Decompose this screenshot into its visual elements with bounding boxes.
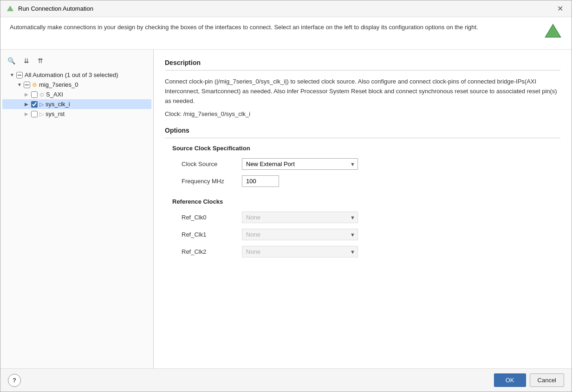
options-section-title: Options: [165, 127, 560, 134]
bottom-bar: ? OK Cancel: [0, 368, 572, 392]
tree-item-s-axi[interactable]: ▶ ⊙ S_AXI: [2, 90, 151, 99]
svg-marker-1: [7, 6, 13, 11]
help-button[interactable]: ?: [8, 374, 21, 387]
sys-clk-label: sys_clk_i: [46, 101, 70, 108]
reference-clocks-section: Reference Clocks Ref_Clk0 None ▼: [165, 198, 560, 257]
frequency-row: Frequency MHz: [172, 175, 560, 187]
sys-rst-icon: ▷: [39, 111, 44, 117]
mig-chevron-icon: ▼: [17, 82, 24, 87]
titlebar: Run Connection Automation ✕: [0, 0, 572, 17]
ref-clk0-label: Ref_Clk0: [182, 214, 242, 221]
tree: ▼ All Automation (1 out of 3 selected) ▼…: [0, 70, 153, 365]
ref-clk2-label: Ref_Clk2: [182, 248, 242, 255]
search-icon: 🔍: [7, 57, 15, 64]
tree-root[interactable]: ▼ All Automation (1 out of 3 selected): [2, 70, 151, 80]
close-button[interactable]: ✕: [554, 4, 566, 13]
description-section: Description Connect clock-pin (|/mig_7se…: [165, 59, 560, 119]
clock-source-row: Clock Source New External Port Existing …: [172, 158, 560, 170]
ref-clk1-select[interactable]: None: [242, 229, 358, 240]
chevron-icon: ▼: [10, 72, 16, 77]
ref-clk1-select-wrapper: None ▼: [242, 229, 358, 240]
ref-clk0-row: Ref_Clk0 None ▼: [172, 212, 560, 223]
vivado-title-icon: [6, 5, 14, 13]
options-divider: [165, 138, 560, 138]
collapse-icon: ⇈: [38, 57, 43, 64]
right-panel: Description Connect clock-pin (|/mig_7se…: [154, 50, 572, 368]
clock-path: Clock: /mig_7series_0/sys_clk_i: [165, 109, 560, 119]
mig-label: mig_7series_0: [39, 81, 78, 88]
s-axi-chevron-icon: ▶: [25, 92, 31, 97]
mig-checkbox[interactable]: [24, 82, 30, 88]
ref-clk2-row: Ref_Clk2 None ▼: [172, 246, 560, 257]
sys-rst-label: sys_rst: [46, 110, 65, 117]
sys-rst-chevron-icon: ▶: [25, 111, 31, 116]
clock-source-select[interactable]: New External Port Existing Clock: [242, 158, 358, 170]
ref-clk2-select-wrapper: None ▼: [242, 246, 358, 257]
description-body: Connect clock-pin (|/mig_7series_0/sys_c…: [165, 77, 560, 106]
mig-icon: ⚙: [32, 82, 37, 88]
source-clock-title: Source Clock Specification: [172, 145, 560, 152]
action-buttons: OK Cancel: [494, 373, 564, 387]
ref-clk1-label: Ref_Clk1: [182, 231, 242, 238]
clock-source-label: Clock Source: [182, 161, 242, 167]
source-clock-spec: Source Clock Specification Clock Source …: [165, 145, 560, 187]
expand-icon: ⇊: [24, 57, 29, 64]
sys-clk-icon: ▷: [39, 101, 44, 108]
clock-source-select-wrapper: New External Port Existing Clock ▼: [242, 158, 358, 170]
ok-button[interactable]: OK: [494, 373, 526, 387]
vivado-logo: [544, 23, 562, 41]
s-axi-icon: ⊙: [39, 91, 44, 98]
tree-item-sys-rst[interactable]: ▶ ▷ sys_rst: [2, 109, 151, 119]
reference-clocks-title: Reference Clocks: [172, 198, 560, 205]
ref-clk0-select[interactable]: None: [242, 212, 358, 223]
frequency-input[interactable]: [242, 175, 279, 187]
root-checkbox[interactable]: [16, 72, 23, 78]
search-button[interactable]: 🔍: [4, 55, 19, 66]
s-axi-checkbox[interactable]: [31, 91, 38, 98]
sys-clk-chevron-icon: ▶: [25, 102, 31, 107]
tree-item-sys-clk-i[interactable]: ▶ ▷ sys_clk_i: [2, 99, 151, 109]
s-axi-label: S_AXI: [46, 91, 63, 98]
titlebar-left: Run Connection Automation: [6, 5, 93, 13]
left-panel: 🔍 ⇊ ⇈ ▼ All Automation (1 out of 3 selec…: [0, 50, 154, 368]
dialog-title: Run Connection Automation: [18, 5, 93, 12]
options-section: Options Source Clock Specification Clock…: [165, 127, 560, 257]
toolbar: 🔍 ⇊ ⇈: [0, 53, 153, 70]
collapse-all-button[interactable]: ⇈: [34, 55, 46, 66]
sys-clk-checkbox[interactable]: [31, 101, 38, 108]
ref-clk2-select[interactable]: None: [242, 246, 358, 257]
root-label: All Automation (1 out of 3 selected): [25, 71, 118, 78]
ref-clk1-row: Ref_Clk1 None ▼: [172, 229, 560, 240]
description-section-title: Description: [165, 59, 560, 66]
run-connection-automation-dialog: Run Connection Automation ✕ Automaticall…: [0, 0, 572, 392]
ref-clk0-select-wrapper: None ▼: [242, 212, 358, 223]
cancel-button[interactable]: Cancel: [530, 373, 564, 387]
description-text: Automatically make connections in your d…: [10, 23, 536, 32]
main-content: 🔍 ⇊ ⇈ ▼ All Automation (1 out of 3 selec…: [0, 50, 572, 368]
description-bar: Automatically make connections in your d…: [0, 17, 572, 50]
tree-mig[interactable]: ▼ ⚙ mig_7series_0: [2, 80, 151, 90]
description-divider: [165, 70, 560, 71]
sys-rst-checkbox[interactable]: [31, 111, 38, 117]
frequency-label: Frequency MHz: [182, 178, 242, 185]
expand-all-button[interactable]: ⇊: [20, 55, 32, 66]
